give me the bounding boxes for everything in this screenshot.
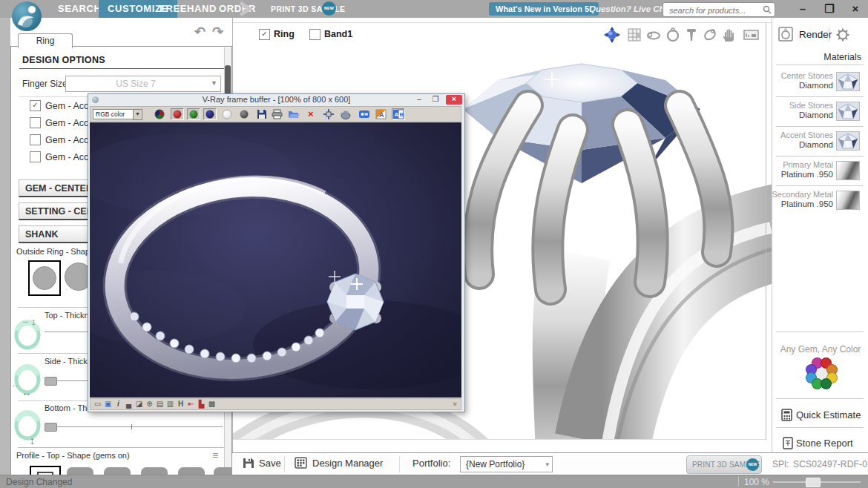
diamond-thumbnail[interactable] — [836, 72, 860, 91]
finger-size-label: Finger Size — [22, 79, 68, 89]
window-minimize-button[interactable]: – — [795, 1, 810, 16]
save-button[interactable]: Save — [243, 457, 254, 472]
status-message: Design Changed — [6, 477, 72, 487]
clear-image-icon[interactable]: × — [305, 108, 318, 120]
calculator-icon — [781, 409, 792, 421]
orbit-view-icon[interactable] — [604, 27, 620, 43]
levels-icon[interactable]: ▥ — [165, 400, 175, 408]
vfb-channel-dropdown[interactable]: RGB color ▼ — [93, 109, 134, 119]
divider — [18, 447, 224, 448]
ring-front-view-icon[interactable] — [665, 27, 681, 43]
green-channel-icon[interactable] — [187, 108, 200, 120]
material-primary-metal[interactable]: Primary Metal Platinum .950 — [772, 156, 868, 185]
vfb-minimize-button[interactable]: – — [412, 95, 426, 105]
menu-icon[interactable]: ≡ — [212, 449, 218, 461]
vfb-close-button[interactable]: × — [446, 95, 462, 105]
image-panel-icon[interactable]: ▣ — [103, 400, 113, 408]
bottom-thickness-slider[interactable] — [45, 426, 223, 427]
save-image-icon[interactable] — [255, 108, 269, 120]
color-wheel-icon[interactable] — [812, 363, 829, 381]
side-thickness-handle[interactable] — [45, 377, 57, 386]
track-mouse-icon[interactable] — [322, 108, 335, 120]
vfb-title-bar[interactable]: V-Ray frame buffer - [100% of 800 x 600]… — [88, 94, 464, 105]
material-name: Accent Stones — [780, 131, 833, 139]
print-image-icon[interactable] — [271, 108, 284, 120]
checkbox-icon[interactable]: ✓ — [259, 29, 270, 40]
open-image-icon[interactable] — [287, 108, 300, 120]
top-view-icon[interactable] — [683, 27, 700, 43]
finger-size-dropdown[interactable]: US Size 7 ▼ — [65, 76, 221, 92]
chevron-down-icon: ▼ — [211, 79, 217, 87]
material-center-stones[interactable]: Center Stones Diamond — [772, 67, 868, 96]
pixel-region-icon[interactable]: ▙ — [197, 400, 206, 408]
window-close-button[interactable]: × — [848, 1, 863, 16]
checkbox-icon[interactable] — [30, 134, 41, 145]
diamond-thumbnail[interactable] — [836, 131, 860, 151]
metal-thumbnail[interactable] — [836, 191, 860, 210]
color-dot-darkgreen[interactable] — [821, 378, 832, 389]
search-input[interactable] — [668, 4, 760, 16]
portfolio-dropdown[interactable]: {New Portfolio} ▾ — [460, 456, 553, 472]
link-buffer-icon[interactable] — [358, 108, 371, 120]
layer-label: Band1 — [324, 29, 352, 39]
app-logo[interactable] — [12, 1, 42, 31]
grid-overlay-icon[interactable]: ▩ — [207, 400, 217, 408]
report-document-icon — [783, 437, 793, 449]
rgb-channels-icon[interactable] — [153, 108, 166, 120]
material-secondary-metal[interactable]: Secondary Metal Platinum .950 — [772, 185, 868, 215]
quick-estimate-button[interactable]: Quick Estimate — [772, 405, 868, 427]
preview-window-icon[interactable]: ▭ — [93, 400, 102, 408]
vfb-maximize-button[interactable]: ❐ — [429, 95, 442, 105]
redo-icon[interactable]: ↷ — [212, 24, 223, 40]
zoom-slider-handle[interactable] — [806, 478, 821, 487]
save-icon — [243, 457, 254, 469]
product-search-box[interactable] — [662, 2, 775, 17]
vray-frame-buffer-window[interactable]: V-Ray frame buffer - [100% of 800 x 600]… — [88, 93, 465, 412]
tab-ring[interactable]: Ring — [18, 33, 73, 48]
alpha-channel-icon[interactable] — [220, 108, 234, 120]
ring-shape-round-button[interactable] — [28, 260, 61, 296]
color-corrections-icon[interactable]: A — [375, 108, 388, 120]
bottom-thickness-handle[interactable] — [45, 423, 57, 432]
grid-view-icon[interactable] — [626, 27, 642, 43]
print-3d-sample-button[interactable]: PRINT 3D SAMPLE NEW — [686, 455, 762, 474]
checkbox-icon[interactable]: ✓ — [30, 100, 41, 111]
ring-side-view-icon[interactable] — [645, 27, 662, 43]
window-maximize-button[interactable]: ❐ — [822, 1, 837, 16]
render-button[interactable]: Render — [778, 27, 793, 43]
checkbox-icon[interactable] — [30, 117, 41, 128]
chevron-down-icon: ▼ — [133, 109, 142, 120]
undo-icon[interactable]: ↶ — [194, 24, 206, 40]
ring-perspective-view-icon[interactable] — [702, 27, 718, 43]
checkbox-icon[interactable] — [30, 151, 41, 162]
info-icon[interactable]: i — [114, 400, 123, 408]
svg-text:A: A — [395, 111, 399, 118]
exposure-icon[interactable]: ◪ — [134, 400, 144, 408]
history-icon[interactable]: H — [176, 400, 185, 408]
svg-text:A: A — [379, 111, 384, 119]
material-side-stones[interactable]: Side Stones Diamond — [772, 96, 868, 126]
histogram-icon[interactable]: ▄ — [124, 400, 134, 408]
divider — [776, 332, 864, 332]
design-manager-button[interactable]: Design Manager — [295, 457, 307, 472]
round-shape-icon — [33, 266, 56, 290]
pan-hand-icon[interactable] — [720, 27, 737, 43]
expand-chevron-icon[interactable]: » — [452, 402, 460, 406]
stamp-icon[interactable]: ▤ — [155, 400, 165, 408]
mono-channel-icon[interactable] — [237, 108, 251, 120]
live-chat-link[interactable]: Question? Live Chat — [589, 4, 672, 13]
checkbox-icon[interactable] — [309, 29, 320, 40]
region-render-icon[interactable] — [339, 108, 352, 120]
compare-ab-icon[interactable]: AB — [392, 108, 405, 120]
compare-horizontal-icon[interactable]: ⇤ — [186, 400, 196, 408]
metal-thumbnail[interactable] — [836, 161, 860, 180]
dimensions-view-icon[interactable] — [743, 27, 759, 43]
diamond-thumbnail[interactable] — [836, 102, 860, 121]
whats-new-button[interactable]: What's New in Version 5! — [489, 2, 599, 16]
settings-gear-icon[interactable]: ⊕ — [145, 400, 154, 408]
material-accent-stones[interactable]: Accent Stones Diamond — [772, 126, 868, 156]
search-icon[interactable] — [763, 5, 772, 14]
red-channel-icon[interactable] — [171, 108, 184, 120]
render-settings-gear-icon[interactable] — [836, 28, 849, 42]
blue-channel-icon[interactable] — [203, 108, 217, 120]
